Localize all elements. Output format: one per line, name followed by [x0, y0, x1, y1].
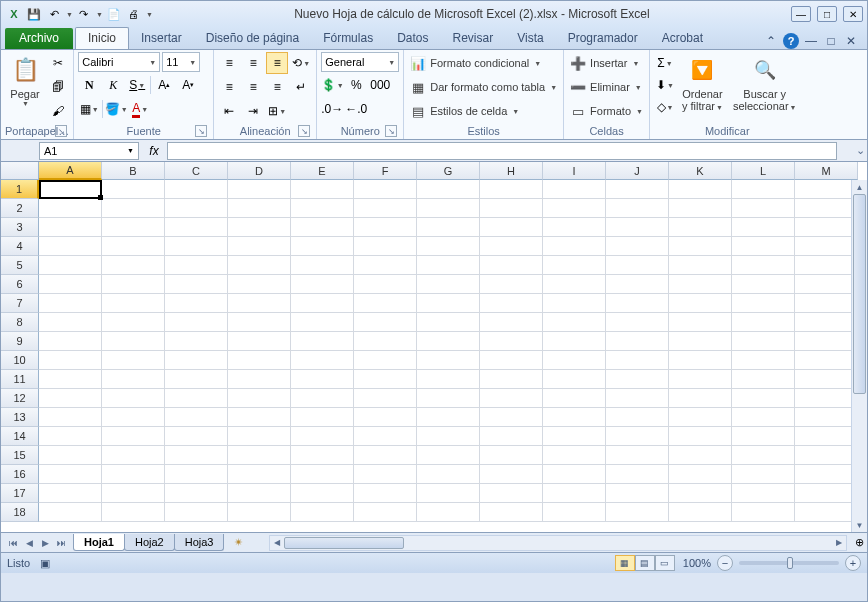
cell[interactable]	[732, 294, 795, 313]
cell[interactable]	[228, 256, 291, 275]
align-middle-icon[interactable]: ≡	[242, 52, 264, 74]
cell[interactable]	[795, 370, 858, 389]
cell[interactable]	[732, 237, 795, 256]
cell[interactable]	[732, 313, 795, 332]
cell[interactable]	[417, 313, 480, 332]
orientation-icon[interactable]: ⟲▼	[290, 52, 312, 74]
cell[interactable]	[732, 503, 795, 522]
cell[interactable]	[606, 389, 669, 408]
cell[interactable]	[228, 484, 291, 503]
cell[interactable]	[165, 237, 228, 256]
row-header[interactable]: 11	[1, 370, 39, 389]
cell[interactable]	[417, 218, 480, 237]
clear-icon[interactable]: ◇▼	[654, 96, 676, 118]
cell[interactable]	[543, 199, 606, 218]
cell[interactable]	[480, 351, 543, 370]
fx-button[interactable]: fx	[141, 142, 167, 160]
cell[interactable]	[732, 446, 795, 465]
cell[interactable]	[795, 275, 858, 294]
cell[interactable]	[417, 370, 480, 389]
cell[interactable]	[417, 465, 480, 484]
cell[interactable]	[795, 237, 858, 256]
zoom-in-button[interactable]: +	[845, 555, 861, 571]
row-header[interactable]: 10	[1, 351, 39, 370]
cell[interactable]	[480, 332, 543, 351]
tab-inicio[interactable]: Inicio	[75, 27, 129, 49]
select-all-corner[interactable]	[1, 162, 39, 180]
cell[interactable]	[543, 446, 606, 465]
cell[interactable]	[480, 313, 543, 332]
cell[interactable]	[228, 446, 291, 465]
align-left-icon[interactable]: ≡	[218, 76, 240, 98]
cell[interactable]	[606, 218, 669, 237]
cell[interactable]	[165, 446, 228, 465]
cell[interactable]	[606, 332, 669, 351]
increase-decimal-icon[interactable]: .0→	[321, 98, 343, 120]
close-button[interactable]: ✕	[843, 6, 863, 22]
sort-filter-button[interactable]: 🔽 Ordenary filtrar▼	[678, 52, 727, 114]
row-header[interactable]: 9	[1, 332, 39, 351]
row-header[interactable]: 2	[1, 199, 39, 218]
cell[interactable]	[354, 446, 417, 465]
column-header[interactable]: K	[669, 162, 732, 180]
format-painter-icon[interactable]: 🖌	[47, 100, 69, 122]
cell[interactable]	[795, 446, 858, 465]
insert-button[interactable]: ➕Insertar▼	[568, 52, 641, 74]
cell[interactable]	[165, 275, 228, 294]
cell[interactable]	[291, 294, 354, 313]
delete-button[interactable]: ➖Eliminar▼	[568, 76, 644, 98]
tab-revisar[interactable]: Revisar	[441, 28, 506, 49]
cell[interactable]	[354, 484, 417, 503]
cell[interactable]	[669, 503, 732, 522]
cell[interactable]	[354, 275, 417, 294]
cell[interactable]	[417, 446, 480, 465]
ribbon-minimize-icon[interactable]: ⌃	[763, 33, 779, 49]
cell[interactable]	[102, 332, 165, 351]
cell[interactable]	[543, 370, 606, 389]
cell[interactable]	[39, 351, 102, 370]
currency-icon[interactable]: 💲▼	[321, 74, 343, 96]
cell[interactable]	[228, 408, 291, 427]
cell[interactable]	[291, 446, 354, 465]
alignment-launcher[interactable]: ↘	[298, 125, 310, 137]
cell[interactable]	[39, 294, 102, 313]
cell[interactable]	[228, 294, 291, 313]
cell[interactable]	[354, 218, 417, 237]
scroll-down-icon[interactable]: ▼	[852, 518, 867, 532]
cell[interactable]	[291, 332, 354, 351]
cell[interactable]	[291, 465, 354, 484]
cell[interactable]	[606, 446, 669, 465]
formula-expand-icon[interactable]: ⌄	[853, 144, 867, 157]
cell[interactable]	[354, 199, 417, 218]
column-header[interactable]: E	[291, 162, 354, 180]
zoom-out-button[interactable]: −	[717, 555, 733, 571]
cell[interactable]	[480, 256, 543, 275]
row-header[interactable]: 17	[1, 484, 39, 503]
cell[interactable]	[732, 465, 795, 484]
doc-restore-icon[interactable]: □	[823, 33, 839, 49]
cell[interactable]	[102, 484, 165, 503]
cell[interactable]	[732, 389, 795, 408]
cell[interactable]	[102, 294, 165, 313]
cell[interactable]	[732, 275, 795, 294]
number-format-combo[interactable]: General▼	[321, 52, 399, 72]
cell[interactable]	[291, 256, 354, 275]
cell[interactable]	[354, 351, 417, 370]
cell[interactable]	[732, 427, 795, 446]
cell[interactable]	[39, 446, 102, 465]
column-header[interactable]: F	[354, 162, 417, 180]
sheet-prev-icon[interactable]: ◀	[21, 535, 37, 551]
cell[interactable]	[165, 465, 228, 484]
align-top-icon[interactable]: ≡	[218, 52, 240, 74]
cell[interactable]	[291, 351, 354, 370]
cell[interactable]	[606, 465, 669, 484]
cell[interactable]	[354, 465, 417, 484]
tab-insertar[interactable]: Insertar	[129, 28, 194, 49]
cell[interactable]	[39, 427, 102, 446]
horizontal-scrollbar[interactable]: ◀ ▶	[269, 535, 847, 551]
cell[interactable]	[291, 180, 354, 199]
cell[interactable]	[417, 408, 480, 427]
copy-icon[interactable]: 🗐	[47, 76, 69, 98]
cell[interactable]	[480, 408, 543, 427]
font-launcher[interactable]: ↘	[195, 125, 207, 137]
